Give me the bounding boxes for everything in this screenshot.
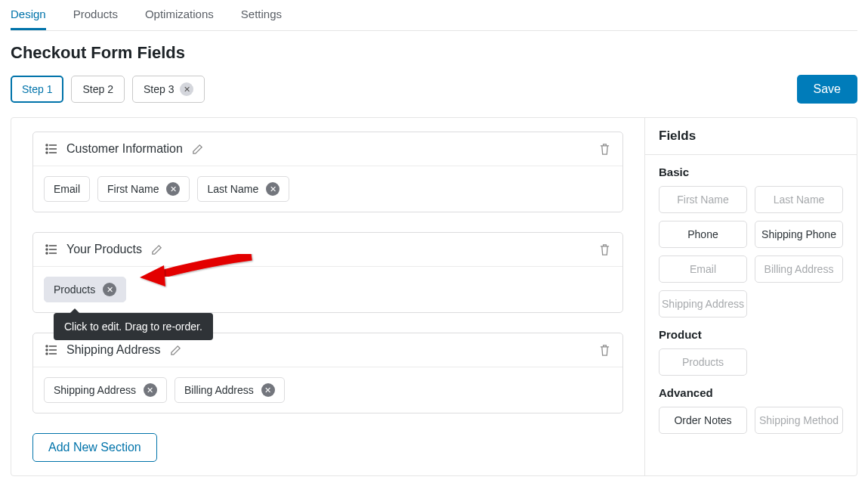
section-shipping-address: Shipping Address Shipping Address✕ Billi… (32, 333, 623, 413)
svg-point-6 (46, 245, 48, 246)
divider (645, 154, 857, 155)
svg-point-0 (46, 144, 48, 146)
svg-point-10 (46, 252, 48, 254)
chip-label: Billing Address (184, 384, 254, 396)
edit-icon[interactable] (170, 345, 181, 356)
sidebar-field-shipping-method[interactable]: Shipping Method (755, 407, 843, 434)
sidebar-field-products[interactable]: Products (659, 348, 747, 376)
step-switcher: Step 1 Step 2 Step 3 ✕ (11, 76, 205, 103)
field-chip-products[interactable]: Products✕ (44, 277, 126, 302)
sidebar-field-shipping-phone[interactable]: Shipping Phone (755, 221, 843, 248)
close-icon[interactable]: ✕ (180, 82, 193, 96)
fields-sidebar: Fields Basic First Name Last Name Phone … (645, 118, 857, 475)
sidebar-field-phone[interactable]: Phone (659, 221, 747, 248)
section-customer-information: Customer Information Email First Name✕ L… (32, 132, 623, 212)
svg-point-4 (46, 152, 48, 153)
trash-icon[interactable] (599, 344, 610, 357)
field-chip-email[interactable]: Email (44, 176, 90, 202)
drag-handle-icon[interactable] (45, 244, 57, 255)
step-1-label: Step 1 (22, 83, 52, 95)
step-2-label: Step 2 (82, 83, 113, 95)
section-title: Shipping Address (66, 343, 161, 357)
section-header[interactable]: Your Products (33, 233, 622, 267)
sidebar-group-product-label: Product (659, 328, 843, 341)
section-header[interactable]: Customer Information (33, 132, 622, 166)
field-chip-last-name[interactable]: Last Name✕ (197, 176, 289, 202)
drag-handle-icon[interactable] (45, 144, 57, 154)
step-2-button[interactable]: Step 2 (71, 76, 124, 103)
tab-optimizations[interactable]: Optimizations (145, 3, 214, 30)
edit-icon[interactable] (192, 144, 203, 155)
section-your-products: Your Products Products✕ (32, 232, 623, 313)
drag-handle-icon[interactable] (45, 345, 57, 355)
section-title: Your Products (66, 243, 142, 256)
chip-label: Products (54, 283, 95, 296)
tab-settings[interactable]: Settings (241, 3, 282, 30)
sidebar-field-shipping-address[interactable]: Shipping Address (659, 290, 747, 317)
save-button[interactable]: Save (797, 75, 857, 104)
close-icon[interactable]: ✕ (166, 182, 180, 196)
chip-label: Last Name (207, 183, 258, 195)
svg-point-13 (46, 345, 48, 347)
section-title: Customer Information (66, 142, 183, 156)
chip-label: Email (54, 183, 80, 195)
sidebar-field-billing-address[interactable]: Billing Address (755, 255, 843, 283)
sidebar-field-first-name[interactable]: First Name (659, 186, 747, 213)
close-icon[interactable]: ✕ (266, 182, 280, 196)
chip-label: Shipping Address (54, 384, 136, 396)
svg-point-15 (46, 349, 48, 351)
sidebar-heading: Fields (659, 129, 843, 144)
tab-products[interactable]: Products (73, 3, 118, 30)
sidebar-group-advanced-label: Advanced (659, 386, 843, 399)
tab-design[interactable]: Design (11, 3, 46, 30)
field-chip-first-name[interactable]: First Name✕ (97, 176, 190, 202)
sidebar-group-basic-label: Basic (659, 166, 843, 178)
sidebar-field-last-name[interactable]: Last Name (755, 186, 843, 213)
sidebar-field-order-notes[interactable]: Order Notes (659, 407, 747, 434)
svg-point-8 (46, 249, 48, 250)
field-chip-billing-address[interactable]: Billing Address✕ (175, 377, 285, 403)
page-title: Checkout Form Fields (11, 43, 857, 63)
form-sections-column: Customer Information Email First Name✕ L… (11, 118, 645, 475)
chip-label: First Name (107, 183, 159, 195)
step-3-label: Step 3 (144, 83, 174, 95)
trash-icon[interactable] (599, 243, 610, 256)
step-1-button[interactable]: Step 1 (11, 76, 63, 103)
edit-icon[interactable] (151, 244, 162, 255)
close-icon[interactable]: ✕ (144, 383, 157, 397)
add-new-section-button[interactable]: Add New Section (32, 433, 157, 462)
step-3-button[interactable]: Step 3 ✕ (132, 76, 205, 103)
tooltip: Click to edit. Drag to re-order. (54, 313, 213, 340)
trash-icon[interactable] (599, 143, 610, 156)
close-icon[interactable]: ✕ (261, 383, 275, 397)
close-icon[interactable]: ✕ (103, 283, 116, 296)
top-tabs: Design Products Optimizations Settings (11, 0, 857, 31)
sidebar-field-email[interactable]: Email (659, 255, 747, 283)
field-chip-shipping-address[interactable]: Shipping Address✕ (44, 377, 167, 403)
svg-point-17 (46, 353, 48, 355)
svg-point-2 (46, 148, 48, 150)
